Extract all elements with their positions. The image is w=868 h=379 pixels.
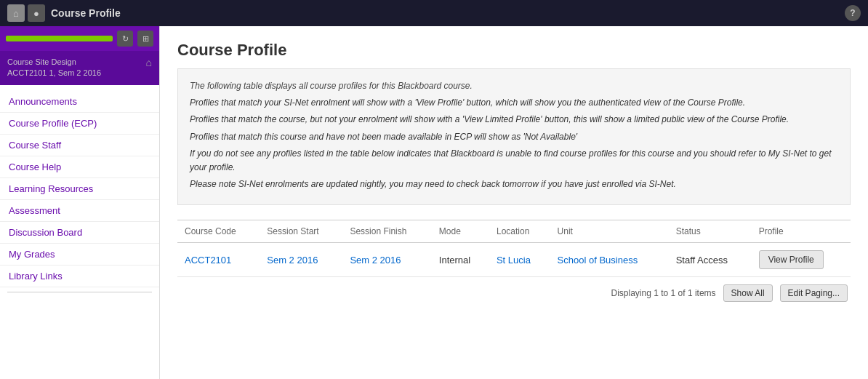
info-line-4: If you do not see any profiles listed in… [190,147,838,175]
unit-link[interactable]: School of Business [558,255,638,266]
col-unit: Unit [550,220,669,243]
help-button[interactable]: ? [845,5,861,21]
cell-profile: View Profile [752,243,851,277]
sidebar-item-label: Course Help [9,161,61,172]
view-profile-button[interactable]: View Profile [759,250,824,269]
location-link[interactable]: St Lucia [497,255,531,266]
main-content: Course Profile The following table displ… [160,26,868,379]
sidebar-item-label: Announcements [9,96,77,107]
col-session-start: Session Start [260,220,342,243]
info-line-1: Profiles that match your SI-Net enrolmen… [190,96,838,110]
cell-session-finish: Sem 2 2016 [342,243,431,277]
sidebar-item-course-staff[interactable]: Course Staff [0,135,159,156]
sidebar-item-library-links[interactable]: Library Links [0,266,159,287]
course-table: Course Code Session Start Session Finish… [177,220,851,277]
page-title: Course Profile [177,41,851,60]
sidebar-item-learning-resources[interactable]: Learning Resources [0,178,159,200]
topbar-title: Course Profile [51,7,839,19]
cell-status: Staff Access [669,243,752,277]
sidebar-course-info: Course Site Design ACCT2101 1, Sem 2 201… [0,51,159,85]
cell-session-start: Sem 2 2016 [260,243,342,277]
sidebar-item-label: Discussion Board [9,227,82,238]
grid-icon[interactable]: ⊞ [137,31,153,47]
sidebar-home-icon[interactable]: ⌂ [146,57,152,68]
session-start-link[interactable]: Sem 2 2016 [267,255,318,266]
paging-footer: Displaying 1 to 1 of 1 items Show All Ed… [177,277,851,309]
sidebar-item-label: Course Profile (ECP) [9,118,97,129]
cell-location: St Lucia [489,243,550,277]
show-all-button[interactable]: Show All [723,284,773,302]
col-course-code: Course Code [177,220,260,243]
info-box: The following table displays all course … [177,68,851,205]
table-header-row: Course Code Session Start Session Finish… [177,220,851,243]
col-session-finish: Session Finish [342,220,431,243]
sidebar-item-course-help[interactable]: Course Help [0,156,159,178]
sidebar-course-name: Course Site Design [7,57,101,68]
col-mode: Mode [432,220,489,243]
col-status: Status [669,220,752,243]
sidebar: ↻ ⊞ Course Site Design ACCT2101 1, Sem 2… [0,26,160,379]
sidebar-progress-bar [6,36,113,41]
circle-icon[interactable]: ● [28,4,45,22]
sidebar-item-label: Assessment [9,205,60,216]
edit-paging-button[interactable]: Edit Paging... [780,284,848,302]
sidebar-item-label: Learning Resources [9,183,93,194]
sidebar-divider [7,292,152,292]
sidebar-item-assessment[interactable]: Assessment [0,200,159,222]
sidebar-top: ↻ ⊞ [0,26,159,51]
session-finish-link[interactable]: Sem 2 2016 [350,255,401,266]
paging-display-text: Displaying 1 to 1 of 1 items [611,288,716,298]
info-line-3: Profiles that match this course and have… [190,130,838,144]
sidebar-course-code: ACCT2101 1, Sem 2 2016 [7,68,101,79]
topbar: ⌂ ● Course Profile ? [0,0,868,26]
cell-course-code: ACCT2101 [177,243,260,277]
table-row: ACCT2101 Sem 2 2016 Sem 2 2016 Internal … [177,243,851,277]
layout: ↻ ⊞ Course Site Design ACCT2101 1, Sem 2… [0,26,868,379]
info-line-0: The following table displays all course … [190,79,838,93]
table-section: Course Code Session Start Session Finish… [177,220,851,309]
topbar-icons: ⌂ ● [7,4,45,22]
col-location: Location [489,220,550,243]
sidebar-nav: Announcements Course Profile (ECP) Cours… [0,85,159,379]
info-line-2: Profiles that match the course, but not … [190,113,838,127]
cell-unit: School of Business [550,243,669,277]
cell-mode: Internal [432,243,489,277]
home-icon[interactable]: ⌂ [7,4,25,22]
col-profile: Profile [752,220,851,243]
sidebar-item-course-profile-ecp[interactable]: Course Profile (ECP) [0,113,159,135]
course-code-link[interactable]: ACCT2101 [185,255,231,266]
refresh-icon[interactable]: ↻ [117,31,133,47]
sidebar-item-discussion-board[interactable]: Discussion Board [0,222,159,244]
info-line-5: Please note SI-Net enrolments are update… [190,177,838,191]
sidebar-item-label: Library Links [9,271,63,282]
sidebar-item-label: Course Staff [9,140,61,151]
main-inner: Course Profile The following table displ… [160,26,868,324]
sidebar-item-my-grades[interactable]: My Grades [0,244,159,266]
sidebar-item-announcements[interactable]: Announcements [0,91,159,113]
sidebar-course-text: Course Site Design ACCT2101 1, Sem 2 201… [7,57,101,79]
sidebar-item-label: My Grades [9,249,55,260]
